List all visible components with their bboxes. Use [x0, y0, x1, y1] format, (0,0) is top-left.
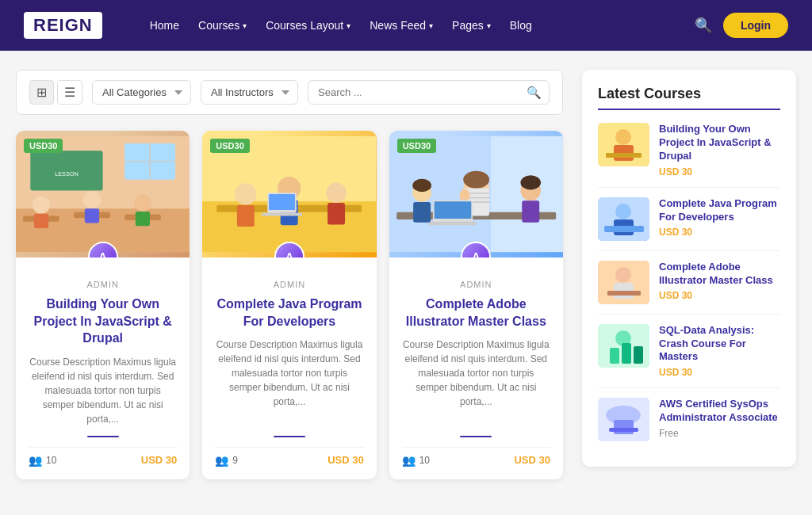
course-body: ADMIN Complete Adobe Illustrator Master …: [389, 258, 563, 479]
svg-point-25: [327, 182, 347, 203]
instructors-select[interactable]: All Instructors: [201, 80, 298, 105]
latest-course-price: USD 30: [659, 290, 780, 301]
categories-select[interactable]: All Categories: [92, 80, 191, 105]
svg-point-9: [134, 194, 151, 212]
course-footer: 👥 10 USD 30: [402, 447, 550, 467]
svg-point-54: [615, 204, 631, 219]
course-footer: 👥 10 USD 30: [29, 447, 177, 467]
course-image-wrapper: USD30 A: [202, 131, 376, 258]
course-description: Course Description Maximus ligula eleife…: [402, 338, 550, 426]
instructor-avatar-wrapper: A: [274, 242, 304, 258]
login-button[interactable]: Login: [723, 13, 788, 38]
search-input[interactable]: [308, 80, 550, 105]
nav-courses-layout[interactable]: Courses Layout▾: [258, 14, 358, 36]
list-item[interactable]: SQL-Data Analysis: Crash Course For Mast…: [598, 315, 780, 389]
svg-rect-45: [522, 200, 539, 222]
main-container: ⊞ ☰ All Categories All Instructors 🔍: [0, 51, 812, 498]
course-price: USD 30: [327, 454, 364, 466]
svg-rect-63: [610, 348, 619, 364]
header-actions: 🔍 Login: [695, 13, 788, 38]
students-count: 👥 10: [402, 454, 430, 467]
svg-rect-68: [614, 420, 634, 434]
nav-home[interactable]: Home: [142, 14, 187, 36]
course-body: ADMIN Building Your Own Project In JavaS…: [16, 258, 190, 479]
svg-text:LESSON: LESSON: [55, 170, 79, 177]
course-divider: [274, 436, 305, 437]
content-area: ⊞ ☰ All Categories All Instructors 🔍: [16, 70, 563, 479]
sidebar-card: Latest Courses Building Your Own Project: [582, 70, 796, 467]
latest-course-info: AWS Certified SysOps Administrator Assoc…: [659, 398, 780, 441]
instructor-name: ADMIN: [402, 280, 550, 289]
latest-course-info: Building Your Own Project In JavaScript …: [659, 123, 780, 177]
latest-course-info: SQL-Data Analysis: Crash Course For Mast…: [659, 324, 780, 379]
price-badge: USD30: [397, 139, 436, 153]
course-image-wrapper: USD30 A: [389, 131, 563, 258]
svg-rect-8: [85, 208, 99, 223]
list-item[interactable]: AWS Certified SysOps Administrator Assoc…: [598, 388, 780, 451]
search-icon[interactable]: 🔍: [695, 17, 712, 34]
students-icon: 👥: [215, 454, 228, 467]
search-icon: 🔍: [527, 86, 542, 100]
course-body: ADMIN Complete Java Program For Develope…: [202, 258, 376, 479]
svg-rect-20: [237, 205, 255, 227]
chevron-down-icon: ▾: [487, 21, 491, 30]
nav-blog[interactable]: Blog: [502, 14, 540, 36]
course-price: USD 30: [514, 454, 550, 466]
toolbar: ⊞ ☰ All Categories All Instructors 🔍: [16, 70, 563, 115]
price-badge: USD30: [210, 139, 249, 153]
list-view-button[interactable]: ☰: [57, 80, 82, 105]
nav-courses[interactable]: Courses▾: [190, 14, 255, 36]
instructor-avatar-wrapper: A: [88, 242, 118, 258]
svg-rect-6: [34, 214, 48, 228]
instructor-name: ADMIN: [215, 280, 363, 289]
instructor-avatar-wrapper: A: [461, 242, 491, 258]
latest-course-title: Building Your Own Project In JavaScript …: [659, 123, 780, 163]
svg-point-50: [615, 129, 631, 145]
price-badge: USD30: [24, 139, 63, 153]
svg-rect-56: [604, 226, 644, 232]
nav-news-feed[interactable]: News Feed▾: [362, 14, 441, 36]
course-card[interactable]: USD30 A ADMIN Complete Java Program For …: [202, 131, 376, 479]
course-price: USD 30: [141, 454, 178, 466]
svg-rect-48: [413, 202, 431, 223]
sidebar-title: Latest Courses: [598, 86, 780, 110]
course-thumbnail: [598, 324, 649, 368]
svg-point-47: [412, 179, 431, 192]
latest-course-price: USD 30: [659, 227, 780, 238]
latest-course-price: USD 30: [659, 166, 780, 177]
search-wrapper: 🔍: [308, 80, 550, 105]
grid-view-button[interactable]: ⊞: [29, 80, 54, 105]
svg-rect-69: [609, 428, 638, 432]
course-card[interactable]: LESSON USD30 A ADMIN Building Your Own P…: [16, 131, 190, 479]
svg-rect-60: [607, 291, 641, 296]
latest-course-title: AWS Certified SysOps Administrator Assoc…: [659, 398, 780, 425]
courses-grid: LESSON USD30 A ADMIN Building Your Own P…: [16, 131, 563, 479]
svg-point-5: [33, 196, 50, 214]
list-item[interactable]: Building Your Own Project In JavaScript …: [598, 113, 780, 188]
course-title: Complete Java Program For Developers: [215, 296, 363, 330]
list-item[interactable]: Complete Adobe Illustrator Master Class …: [598, 251, 780, 315]
course-title: Complete Adobe Illustrator Master Class: [402, 296, 550, 330]
chevron-down-icon: ▾: [243, 21, 247, 30]
students-icon: 👥: [29, 454, 42, 467]
svg-rect-29: [262, 213, 302, 216]
nav-pages[interactable]: Pages▾: [444, 14, 499, 36]
logo[interactable]: REIGN: [24, 12, 102, 39]
course-description: Course Description Maximus ligula eleife…: [215, 338, 363, 426]
svg-point-58: [615, 267, 631, 283]
avatar: A: [274, 242, 304, 258]
students-icon: 👥: [402, 454, 416, 467]
latest-course-info: Complete Java Program For Developers USD…: [659, 197, 780, 241]
list-item[interactable]: Complete Java Program For Developers USD…: [598, 188, 780, 251]
latest-course-price: Free: [659, 428, 780, 439]
course-description: Course Description Maximus ligula eleife…: [29, 355, 177, 426]
students-count: 👥 10: [29, 454, 56, 467]
course-divider: [87, 436, 119, 437]
svg-rect-52: [606, 153, 642, 158]
course-thumbnail: [598, 197, 649, 241]
svg-rect-28: [269, 194, 295, 210]
latest-course-title: SQL-Data Analysis: Crash Course For Mast…: [659, 324, 780, 364]
latest-course-info: Complete Adobe Illustrator Master Class …: [659, 261, 780, 304]
course-thumbnail: [598, 398, 649, 441]
course-card[interactable]: USD30 A ADMIN Complete Adobe Illustrator…: [389, 131, 563, 479]
